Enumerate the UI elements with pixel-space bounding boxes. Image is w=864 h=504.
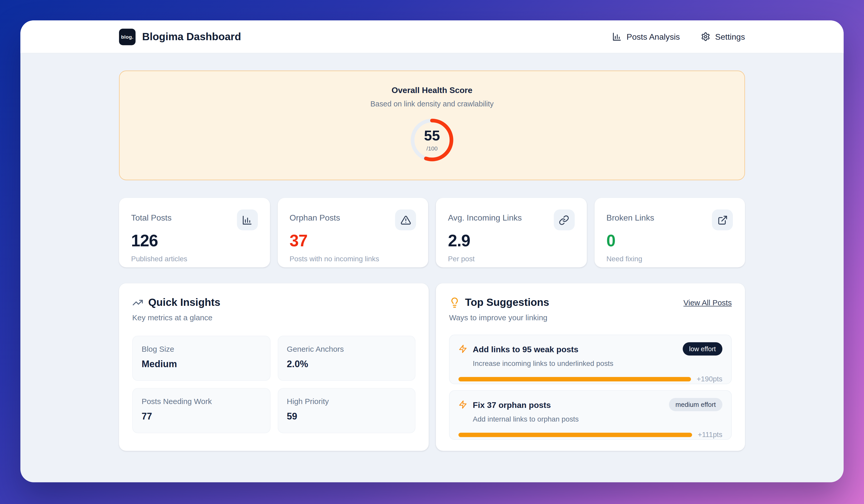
health-score-card: Overall Health Score Based on link densi… <box>119 71 745 180</box>
health-score-subtitle: Based on link density and crawlability <box>370 100 494 108</box>
tile-label: Posts Needing Work <box>142 397 261 406</box>
nav-item-label: Posts Analysis <box>626 32 680 41</box>
bar-chart-icon <box>612 32 622 41</box>
tile-label: Generic Anchors <box>287 345 406 353</box>
nav-item-label: Settings <box>715 32 745 41</box>
stat-label: Broken Links <box>607 209 654 222</box>
tile-blog-size: Blog Size Medium <box>132 336 270 381</box>
nav-item-settings[interactable]: Settings <box>701 32 745 41</box>
suggestion-progress-bar <box>458 377 691 381</box>
stat-value: 0 <box>607 231 733 250</box>
suggestion-desc: Increase incoming links to underlinked p… <box>473 359 722 368</box>
tile-value: Medium <box>142 359 261 370</box>
top-suggestions-panel: Top Suggestions View All Posts Ways to i… <box>436 283 745 451</box>
tile-label: High Priority <box>287 397 406 406</box>
view-all-posts-link[interactable]: View All Posts <box>683 298 732 307</box>
stat-label: Orphan Posts <box>290 209 340 222</box>
stat-sub: Need fixing <box>607 255 733 263</box>
stat-icon-box <box>237 209 257 230</box>
top-suggestions-subtitle: Ways to improve your linking <box>449 313 732 322</box>
quick-insights-panel: Quick Insights Key metrics at a glance B… <box>119 283 429 451</box>
trending-up-icon <box>132 297 143 308</box>
app-logo: blog. <box>119 28 135 45</box>
suggestions-list: Add links to 95 weak posts low effort In… <box>449 334 732 440</box>
bottom-row: Quick Insights Key metrics at a glance B… <box>119 283 745 451</box>
tile-high-priority: High Priority 59 <box>277 388 416 433</box>
quick-insights-tiles: Blog Size Medium Generic Anchors 2.0% Po… <box>132 336 415 433</box>
app-logo-text: blog. <box>121 34 133 39</box>
effort-badge: low effort <box>682 342 722 355</box>
tile-label: Blog Size <box>142 345 261 353</box>
suggestion-progress-bar <box>458 432 693 437</box>
header-nav: Posts Analysis Settings <box>612 32 745 41</box>
dashboard-window: blog. Blogima Dashboard Posts Analysis <box>20 20 844 482</box>
stat-label: Total Posts <box>131 209 171 222</box>
main-content: Overall Health Score Based on link densi… <box>119 53 745 451</box>
bar-chart-icon <box>242 215 252 225</box>
stat-value: 37 <box>290 231 416 250</box>
header: blog. Blogima Dashboard Posts Analysis <box>20 20 844 53</box>
stat-card-total-posts: Total Posts 126 Published articles <box>119 198 270 267</box>
tile-generic-anchors: Generic Anchors 2.0% <box>277 336 416 381</box>
tile-value: 59 <box>287 411 406 422</box>
stat-sub: Published articles <box>131 255 257 263</box>
suggestion-title: Fix 37 orphan posts <box>473 400 551 409</box>
quick-insights-title: Quick Insights <box>148 297 220 309</box>
effort-badge: medium effort <box>669 398 722 411</box>
health-score-max: /100 <box>426 145 438 152</box>
stat-sub: Per post <box>448 255 574 263</box>
stat-icon-box <box>554 209 574 230</box>
stat-icon-box <box>712 209 733 230</box>
page-title: Blogima Dashboard <box>142 31 241 43</box>
stat-value: 126 <box>131 231 257 250</box>
stat-card-orphan-posts: Orphan Posts 37 Posts with no incoming l… <box>277 198 428 267</box>
tile-value: 77 <box>142 411 261 422</box>
stat-card-avg-incoming-links: Avg. Incoming Links 2.9 Per post <box>436 198 587 267</box>
zap-icon <box>458 345 467 353</box>
tile-value: 2.0% <box>287 359 406 370</box>
stats-row: Total Posts 126 Published articles Orpha… <box>119 198 745 267</box>
lightbulb-icon <box>449 297 460 308</box>
health-score-title: Overall Health Score <box>392 86 472 95</box>
alert-triangle-icon <box>400 215 411 225</box>
gear-icon <box>701 32 710 41</box>
stat-icon-box <box>395 209 416 230</box>
health-gauge-center: 55 /100 <box>409 117 455 163</box>
suggestion-item-weak-posts[interactable]: Add links to 95 weak posts low effort In… <box>449 334 732 384</box>
suggestion-points: +190pts <box>697 375 723 383</box>
top-suggestions-title: Top Suggestions <box>465 297 549 309</box>
link-icon <box>559 215 569 225</box>
suggestion-points: +111pts <box>698 431 723 439</box>
suggestion-desc: Add internal links to orphan posts <box>473 415 722 423</box>
quick-insights-subtitle: Key metrics at a glance <box>132 313 415 322</box>
health-score-value: 55 <box>424 128 440 143</box>
stat-card-broken-links: Broken Links 0 Need fixing <box>594 198 745 267</box>
zap-icon <box>458 400 467 409</box>
health-gauge: 55 /100 <box>409 117 455 163</box>
external-link-icon <box>717 215 728 225</box>
stat-label: Avg. Incoming Links <box>448 209 522 222</box>
suggestion-title: Add links to 95 weak posts <box>473 344 578 353</box>
stage: blog. Blogima Dashboard Posts Analysis <box>0 0 864 504</box>
stat-value: 2.9 <box>448 231 574 250</box>
stat-sub: Posts with no incoming links <box>290 255 416 263</box>
tile-posts-needing-work: Posts Needing Work 77 <box>132 388 270 433</box>
suggestion-item-orphan-posts[interactable]: Fix 37 orphan posts medium effort Add in… <box>449 390 732 440</box>
nav-item-posts-analysis[interactable]: Posts Analysis <box>612 32 680 41</box>
